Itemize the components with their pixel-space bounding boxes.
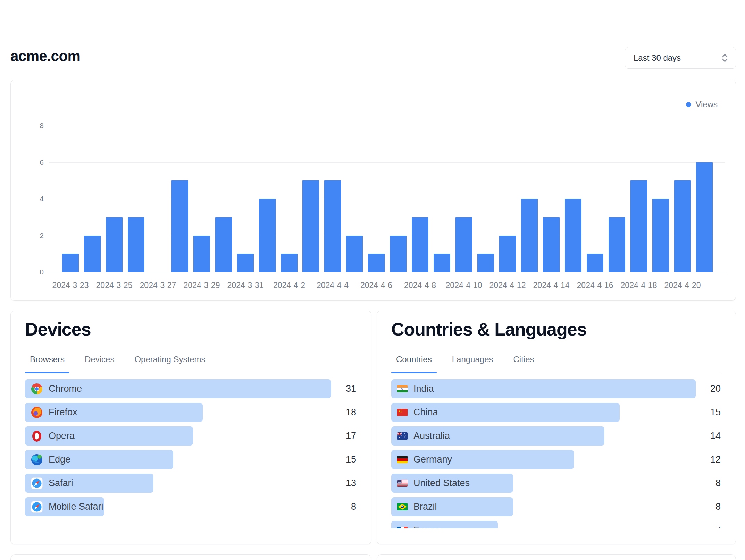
item-value: 15 <box>331 454 356 465</box>
list-item-germany[interactable]: Germany12 <box>391 450 721 469</box>
gridline-y-0 <box>49 272 725 272</box>
tab-languages[interactable]: Languages <box>447 355 498 373</box>
item-value: 31 <box>331 383 356 394</box>
item-content: Mobile Safari <box>31 497 103 516</box>
item-content: China <box>397 403 438 422</box>
list-item-india[interactable]: India20 <box>391 379 721 398</box>
item-content: Opera <box>31 426 75 446</box>
safari-icon <box>31 477 43 489</box>
item-bar-track: Chrome <box>25 379 331 398</box>
x-tick-label: 2024-3-29 <box>184 281 220 290</box>
x-tick-label: 2024-4-6 <box>360 281 392 290</box>
next-panel-stub-left <box>10 554 371 560</box>
bar-2024-4-5[interactable] <box>346 236 363 272</box>
item-content: Edge <box>31 450 70 469</box>
tab-devices[interactable]: Devices <box>80 355 119 373</box>
opera-icon <box>31 430 43 442</box>
item-value: 8 <box>696 478 721 489</box>
x-tick-label: 2024-4-2 <box>273 281 305 290</box>
bar-2024-4-12[interactable] <box>499 236 516 272</box>
x-tick-label: 2024-3-31 <box>227 281 264 290</box>
bar-2024-3-28[interactable] <box>171 180 188 272</box>
legend-label: Views <box>695 100 718 109</box>
item-bar-track: Mobile Safari <box>25 497 331 516</box>
list-item-edge[interactable]: Edge15 <box>25 450 356 469</box>
bar-2024-3-24[interactable] <box>84 236 101 272</box>
date-range-value: Last 30 days <box>634 53 681 63</box>
y-tick-label: 8 <box>11 121 44 130</box>
x-tick-label: 2024-4-20 <box>664 281 701 290</box>
y-tick-label: 2 <box>11 231 44 240</box>
bar-2024-4-14[interactable] <box>543 217 560 272</box>
item-label: Edge <box>49 454 70 465</box>
legend-dot-icon <box>686 102 691 107</box>
page-title: acme.com <box>10 48 80 65</box>
list-item-mobile-safari[interactable]: Mobile Safari8 <box>25 497 356 516</box>
bar-2024-4-13[interactable] <box>521 199 538 272</box>
countries-tabs: CountriesLanguagesCities <box>391 355 721 373</box>
tab-cities[interactable]: Cities <box>509 355 539 373</box>
flag-germany-icon <box>397 456 408 463</box>
bar-2024-4-18[interactable] <box>630 180 647 272</box>
list-item-france[interactable]: France7 <box>391 521 721 528</box>
bar-2024-3-25[interactable] <box>106 217 123 272</box>
bar-2024-4-7[interactable] <box>390 236 407 272</box>
bar-2024-3-26[interactable] <box>128 217 144 272</box>
item-label: Mobile Safari <box>49 501 103 512</box>
list-item-firefox[interactable]: Firefox18 <box>25 403 356 422</box>
chrome-icon <box>31 383 43 395</box>
next-panel-stub-right <box>377 554 736 560</box>
item-bar-track: Australia <box>391 426 696 446</box>
bar-2024-4-9[interactable] <box>434 254 450 272</box>
flag-us-icon <box>397 480 408 487</box>
flag-france-icon <box>397 527 408 528</box>
bar-2024-4-21[interactable] <box>696 162 713 272</box>
bar-2024-4-2[interactable] <box>281 254 298 272</box>
devices-panel-title: Devices <box>25 319 356 340</box>
list-item-safari[interactable]: Safari13 <box>25 474 356 493</box>
bar-2024-4-6[interactable] <box>368 254 385 272</box>
bar-2024-4-4[interactable] <box>324 180 341 272</box>
list-item-australia[interactable]: Australia14 <box>391 426 721 446</box>
x-tick-label: 2024-4-16 <box>577 281 613 290</box>
bar-2024-3-29[interactable] <box>193 236 210 272</box>
chart-legend-views[interactable]: Views <box>686 100 718 109</box>
list-item-china[interactable]: China15 <box>391 403 721 422</box>
list-item-brazil[interactable]: Brazil8 <box>391 497 721 516</box>
list-item-opera[interactable]: Opera17 <box>25 426 356 446</box>
tab-operating-systems[interactable]: Operating Systems <box>129 355 210 373</box>
list-item-chrome[interactable]: Chrome31 <box>25 379 356 398</box>
list-item-united-states[interactable]: United States8 <box>391 474 721 493</box>
bar-2024-4-8[interactable] <box>412 217 428 272</box>
item-label: China <box>413 407 438 418</box>
bar-2024-4-15[interactable] <box>565 199 581 272</box>
tab-browsers[interactable]: Browsers <box>25 355 69 373</box>
item-bar-fill <box>391 379 696 398</box>
flag-brazil-icon <box>397 503 408 510</box>
item-value: 17 <box>331 431 356 441</box>
bar-2024-4-11[interactable] <box>477 254 494 272</box>
bar-2024-4-20[interactable] <box>674 180 691 272</box>
bar-2024-3-30[interactable] <box>215 217 232 272</box>
item-bar-track: Opera <box>25 426 331 446</box>
bar-2024-4-3[interactable] <box>302 180 319 272</box>
tab-countries[interactable]: Countries <box>391 355 437 373</box>
item-value: 13 <box>331 478 356 489</box>
bar-2024-4-19[interactable] <box>652 199 669 272</box>
bar-2024-4-1[interactable] <box>259 199 276 272</box>
x-tick-label: 2024-4-4 <box>317 281 349 290</box>
x-tick-label: 2024-4-14 <box>533 281 570 290</box>
bar-2024-3-31[interactable] <box>237 254 254 272</box>
bar-2024-4-10[interactable] <box>455 217 472 272</box>
bar-2024-4-16[interactable] <box>587 254 603 272</box>
bar-2024-3-23[interactable] <box>62 254 79 272</box>
countries-list: India20 China15 Australia14 Germany12 Un… <box>391 379 721 528</box>
date-range-select[interactable]: Last 30 days <box>625 47 736 69</box>
item-value: 15 <box>696 407 721 418</box>
item-bar-track: France <box>391 521 696 528</box>
item-value: 8 <box>331 501 356 512</box>
item-content: India <box>397 379 434 398</box>
item-value: 14 <box>696 431 721 441</box>
item-label: Germany <box>413 454 452 465</box>
bar-2024-4-17[interactable] <box>609 217 625 272</box>
